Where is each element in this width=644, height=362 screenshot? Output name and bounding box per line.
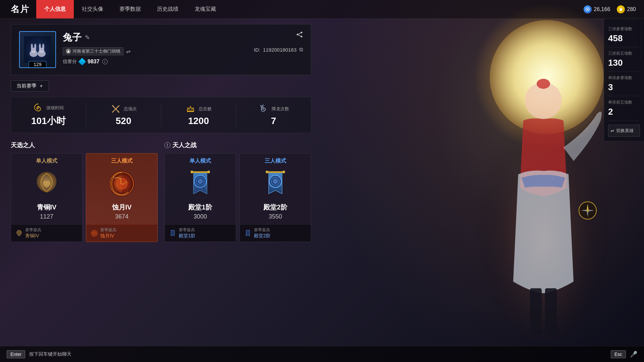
credit-value: 9837 <box>88 59 100 65</box>
tianxuan-trio-mode: 三人模式 <box>111 158 132 165</box>
stat-kills: 总击败 1200 <box>161 104 236 126</box>
tab-history[interactable]: 历史战绩 <box>149 0 186 18</box>
character-background <box>322 0 644 362</box>
right-stat-trio-top5-label: 三排前五场数 <box>608 51 640 56</box>
tianren-trio-best-label: 赛季最高 <box>254 227 271 233</box>
tianxuan-title: 天选之人 <box>11 141 158 149</box>
tab-dragon[interactable]: 龙魂宝藏 <box>186 0 224 18</box>
svg-rect-44 <box>267 171 284 173</box>
stat-playtime-icon-row: 游戏时间 <box>33 103 64 113</box>
tianxuan-solo-best: 青铜IV <box>25 233 41 239</box>
copy-icon[interactable]: ⧉ <box>299 47 303 53</box>
stat-matches-value: 520 <box>116 116 131 126</box>
svg-point-11 <box>31 44 33 50</box>
tab-season[interactable]: 赛季数据 <box>111 0 149 18</box>
svg-point-46 <box>282 171 285 173</box>
svg-point-12 <box>34 44 36 50</box>
tab-personal[interactable]: 个人信息 <box>36 0 74 18</box>
right-stat-solo-matches-value: 3 <box>608 82 640 93</box>
swap-icon[interactable]: ⇌ <box>126 48 130 55</box>
svg-point-52 <box>587 209 589 212</box>
region-badge: 河南省第三十士御门胡桃 <box>63 47 123 55</box>
svg-line-22 <box>299 35 301 36</box>
tianren-solo-best-label: 赛季最高 <box>179 227 196 233</box>
spiral-icon <box>33 103 44 113</box>
tianren-trio-rank-name: 殿堂2阶 <box>263 203 287 212</box>
tianren-trio-best: 殿堂2阶 <box>254 233 271 239</box>
tianxuan-solo-top: 单人模式 <box>11 154 82 224</box>
tab-social[interactable]: 社交头像 <box>74 0 111 18</box>
svg-rect-8 <box>24 36 51 63</box>
nav-tabs: 个人信息 社交头像 赛季数据 历史战绩 龙魂宝藏 <box>36 0 224 18</box>
tianren-trio-mode: 三人模式 <box>265 158 286 165</box>
compass-container <box>578 201 597 221</box>
tianren-solo-rank-name: 殿堂1阶 <box>188 203 212 212</box>
tianxuan-trio-rank-name: 蚀月IV <box>112 203 132 212</box>
right-stat-solo-matches-label: 单排参赛场数 <box>608 75 640 81</box>
svg-point-20 <box>301 36 303 38</box>
stat-playtime-value: 101小时 <box>31 115 66 127</box>
tianxuan-trio-top: 三人模式 <box>86 154 157 224</box>
stat-dragon-label: 降龙次数 <box>272 106 289 112</box>
region-icon <box>66 49 71 54</box>
top-navigation: 名片 个人信息 社交头像 赛季数据 历史战绩 龙魂宝藏 26,166 280 <box>0 0 644 19</box>
right-stat-trio-top5: 三排前五场数 130 <box>608 47 640 72</box>
swords-icon <box>110 104 121 114</box>
bottom-bar: Enter 按下回车键开始聊天 Esc 🎤 <box>0 346 644 362</box>
tianren-info-icon[interactable]: i <box>164 142 170 148</box>
tianxuan-trio-bottom: 赛季最高 蚀月IV <box>86 224 157 242</box>
svg-point-33 <box>93 232 96 235</box>
stat-playtime: 游戏时间 101小时 <box>11 103 86 127</box>
avatar-level: 129 <box>29 61 46 68</box>
right-stat-trio-matches-value: 458 <box>608 33 640 44</box>
tianxuan-solo-bottom-icon <box>15 229 23 237</box>
svg-point-19 <box>297 34 299 36</box>
tianxuan-solo-best-label: 赛季最高 <box>25 227 41 233</box>
mic-icon[interactable]: 🎤 <box>630 351 637 358</box>
tianren-trio-bottom: 赛季最高 殿堂2阶 <box>240 224 311 242</box>
switch-hero-button[interactable]: ⇌ 切换英雄 <box>608 125 640 137</box>
svg-rect-4 <box>545 288 557 335</box>
profile-name: 兔子 <box>63 31 82 44</box>
svg-marker-17 <box>67 50 70 53</box>
svg-line-26 <box>113 106 114 106</box>
tianren-trio-rank-score: 3550 <box>269 213 282 220</box>
right-stat-trio-top5-value: 130 <box>608 58 640 68</box>
tianxuan-solo-rank-score: 1127 <box>40 213 53 220</box>
stat-matches-label: 总场次 <box>124 106 137 112</box>
tianren-solo-mode: 单人模式 <box>190 158 211 165</box>
right-stat-trio-matches: 三排参赛场数 458 <box>608 23 640 47</box>
season-dropdown[interactable]: 当前赛季 ▼ <box>11 80 49 92</box>
share-icon[interactable] <box>296 31 303 40</box>
tianren-title: i 天人之战 <box>164 141 311 149</box>
svg-point-16 <box>42 44 44 50</box>
stat-dragon: 降龙次数 7 <box>236 104 311 126</box>
stat-matches-icon-row: 总场次 <box>110 104 137 114</box>
svg-point-42 <box>273 179 277 183</box>
credit-info-icon[interactable]: i <box>102 59 108 64</box>
blue-currency-icon <box>584 5 592 13</box>
id-label: ID: <box>254 47 260 53</box>
svg-rect-37 <box>192 171 209 173</box>
svg-point-2 <box>537 79 550 89</box>
profile-name-row: 兔子 ✎ <box>63 31 303 44</box>
season-selector: 当前赛季 ▼ <box>11 80 311 92</box>
right-panel: 三排参赛场数 458 三排前五场数 130 单排参赛场数 3 单排前五场数 2 … <box>604 19 644 141</box>
tianren-trio-top: 三人模式 <box>240 154 311 224</box>
svg-marker-7 <box>619 7 623 11</box>
tianren-solo-bottom-icon <box>169 229 177 237</box>
blue-currency: 26,166 <box>584 5 610 13</box>
profile-card: 129 兔子 ✎ 河南省第三十士御门胡桃 ⇌ <box>11 24 311 75</box>
tianren-trio-card: 三人模式 <box>239 153 311 242</box>
id-value: 119200180163 <box>263 47 297 53</box>
tianxuan-trio-card: 三人模式 <box>86 153 158 242</box>
svg-point-15 <box>39 44 41 50</box>
credit-diamond-icon <box>78 58 86 66</box>
top-right-currency: 26,166 280 <box>584 5 636 13</box>
credit-label: 信誉分 <box>63 59 77 65</box>
stat-dragon-value: 7 <box>271 116 276 126</box>
tianxuan-solo-emblem <box>32 169 62 199</box>
right-stat-solo-top5-value: 2 <box>608 107 640 117</box>
blue-currency-value: 26,166 <box>594 6 610 12</box>
edit-icon[interactable]: ✎ <box>85 34 90 41</box>
